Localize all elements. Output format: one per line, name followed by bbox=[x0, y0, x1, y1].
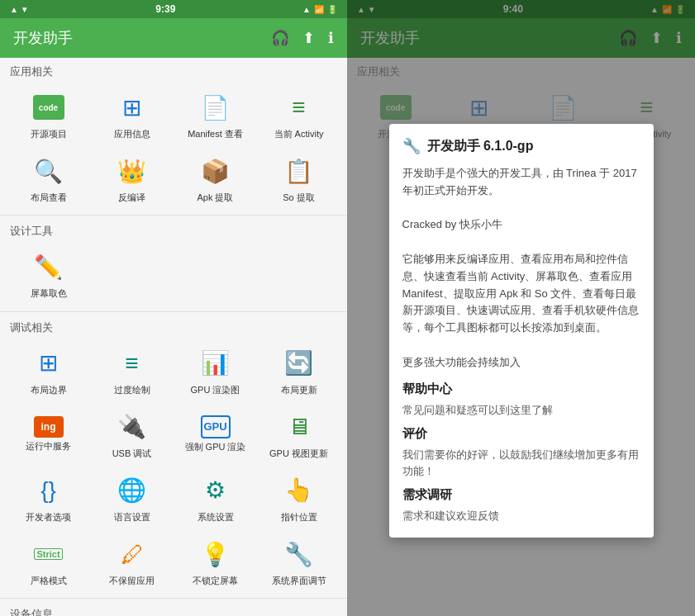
grid-item-gpu-view[interactable]: 🖥 GPU 视图更新 bbox=[257, 402, 340, 466]
color-pick-label: 屏幕取色 bbox=[31, 288, 67, 299]
usb-debug-icon: 🔌 bbox=[114, 409, 150, 445]
layout-bounds-icon: ⊞ bbox=[31, 345, 67, 381]
grid-item-system-settings[interactable]: ⚙ 系统设置 bbox=[174, 466, 257, 529]
overdraw-icon: ≡ bbox=[114, 345, 150, 381]
no-keep-app-icon: 🖊 bbox=[114, 536, 150, 572]
left-app-title: 开发助手 bbox=[13, 28, 73, 48]
activity-icon: ≡ bbox=[281, 89, 317, 126]
grid-item-manifest[interactable]: 📄 Manifest 查看 bbox=[174, 83, 257, 146]
left-content: 应用相关 code 开源项目 ⊞ 应用信息 📄 Manifest 查看 ≡ 当前… bbox=[0, 58, 347, 616]
grid-item-open-source[interactable]: code 开源项目 bbox=[7, 83, 90, 146]
left-status-bar: ▲ ▼ 9:39 ▲📶🔋 bbox=[0, 0, 347, 18]
left-time: 9:39 bbox=[155, 3, 175, 15]
grid-item-force-gpu[interactable]: GPU 强制 GPU 渲染 bbox=[174, 402, 257, 466]
lang-settings-icon: 🌐 bbox=[114, 472, 150, 509]
gpu-view-label: GPU 视图更新 bbox=[269, 448, 328, 459]
pointer-location-icon: 👆 bbox=[281, 472, 317, 509]
pointer-location-label: 指针位置 bbox=[281, 512, 317, 523]
grid-item-app-info[interactable]: ⊞ 应用信息 bbox=[90, 83, 174, 146]
grid-item-strict-mode[interactable]: Strict 严格模式 bbox=[7, 529, 90, 593]
open-source-icon: code bbox=[31, 89, 67, 126]
dialog-survey-title: 需求调研 bbox=[402, 487, 640, 503]
grid-item-layout-view[interactable]: 🔍 布局查看 bbox=[7, 146, 90, 210]
dialog-help-text: 常见问题和疑惑可以到这里了解 bbox=[402, 402, 640, 419]
grid-item-dev-options[interactable]: {} 开发者选项 bbox=[7, 466, 90, 529]
section-title-app: 应用相关 bbox=[0, 58, 347, 83]
lang-settings-label: 语言设置 bbox=[114, 512, 150, 523]
decompile-icon: 👑 bbox=[114, 153, 150, 189]
apk-extract-icon: 📦 bbox=[198, 153, 234, 189]
right-screen: ▲ ▼ 9:40 ▲📶🔋 开发助手 🎧 ⬆ ℹ 应用相关 code 开源项目 ⊞… bbox=[347, 0, 695, 616]
dialog-rating-text: 我们需要你的好评，以鼓励我们继续增加更多有用功能！ bbox=[402, 447, 640, 479]
grid-item-gpu-render[interactable]: 📊 GPU 渲染图 bbox=[174, 339, 257, 402]
grid-item-lang-settings[interactable]: 🌐 语言设置 bbox=[90, 466, 174, 529]
grid-item-layout-bounds[interactable]: ⊞ 布局边界 bbox=[7, 339, 90, 402]
manifest-icon: 📄 bbox=[198, 89, 234, 126]
grid-item-color-pick[interactable]: ✏️ 屏幕取色 bbox=[7, 242, 90, 306]
share-icon[interactable]: ⬆ bbox=[302, 29, 315, 47]
left-app-header: 开发助手 🎧 ⬆ ℹ bbox=[0, 18, 347, 58]
grid-item-layout-update[interactable]: 🔄 布局更新 bbox=[257, 339, 340, 402]
layout-update-label: 布局更新 bbox=[281, 385, 317, 396]
overdraw-label: 过度绘制 bbox=[114, 385, 150, 396]
dialog-wrench-icon: 🔧 bbox=[402, 137, 421, 155]
grid-item-no-keep-app[interactable]: 🖊 不保留应用 bbox=[90, 529, 174, 593]
dialog-survey-text: 需求和建议欢迎反馈 bbox=[402, 508, 640, 524]
dialog-help-title: 帮助中心 bbox=[402, 381, 640, 397]
ui-tune-icon: 🔧 bbox=[281, 536, 317, 572]
info-icon[interactable]: ℹ bbox=[328, 29, 334, 47]
color-pick-icon: ✏️ bbox=[31, 249, 67, 285]
debug-section-grid: ⊞ 布局边界 ≡ 过度绘制 📊 GPU 渲染图 🔄 布局更新 ing 运行中服务… bbox=[0, 339, 347, 597]
ui-tune-label: 系统界面调节 bbox=[272, 576, 326, 586]
decompile-label: 反编译 bbox=[118, 192, 145, 203]
grid-item-decompile[interactable]: 👑 反编译 bbox=[90, 146, 174, 210]
grid-item-running-services[interactable]: ing 运行中服务 bbox=[7, 402, 90, 466]
status-left-icons: ▲ ▼ bbox=[10, 5, 29, 14]
dialog-overlay: 🔧 开发助手 6.1.0-gp 开发助手是个强大的开发工具，由 Trinea 于… bbox=[347, 0, 695, 616]
section-title-device: 设备信息 bbox=[0, 600, 347, 616]
app-info-icon: ⊞ bbox=[114, 89, 150, 126]
running-services-label: 运行中服务 bbox=[26, 441, 71, 452]
left-status-right-icons: ▲📶🔋 bbox=[302, 5, 337, 14]
grid-item-overdraw[interactable]: ≡ 过度绘制 bbox=[90, 339, 174, 402]
strict-mode-label: 严格模式 bbox=[31, 576, 67, 586]
force-gpu-icon: GPU bbox=[201, 415, 231, 438]
dev-options-label: 开发者选项 bbox=[26, 512, 71, 523]
system-settings-icon: ⚙ bbox=[198, 472, 234, 509]
so-extract-icon: 📋 bbox=[281, 153, 317, 189]
grid-item-activity[interactable]: ≡ 当前 Activity bbox=[257, 83, 340, 146]
app-info-label: 应用信息 bbox=[114, 129, 150, 140]
design-section-grid: ✏️ 屏幕取色 bbox=[0, 242, 347, 309]
app-section-grid: code 开源项目 ⊞ 应用信息 📄 Manifest 查看 ≡ 当前 Acti… bbox=[0, 83, 347, 213]
section-title-debug: 调试相关 bbox=[0, 314, 347, 339]
dialog-rating-title: 评价 bbox=[402, 426, 640, 442]
layout-view-icon: 🔍 bbox=[31, 153, 67, 189]
grid-item-usb-debug[interactable]: 🔌 USB 调试 bbox=[90, 402, 174, 466]
gpu-render-label: GPU 渲染图 bbox=[191, 385, 240, 396]
usb-debug-label: USB 调试 bbox=[112, 448, 152, 459]
grid-item-apk-extract[interactable]: 📦 Apk 提取 bbox=[174, 146, 257, 210]
running-services-icon: ing bbox=[34, 416, 64, 438]
gpu-render-icon: 📊 bbox=[198, 345, 234, 381]
manifest-label: Manifest 查看 bbox=[188, 129, 243, 140]
no-keep-app-label: 不保留应用 bbox=[109, 576, 155, 586]
force-gpu-label: 强制 GPU 渲染 bbox=[185, 442, 246, 453]
about-dialog: 🔧 开发助手 6.1.0-gp 开发助手是个强大的开发工具，由 Trinea 于… bbox=[389, 124, 654, 538]
apk-extract-label: Apk 提取 bbox=[197, 192, 233, 203]
headphone-icon[interactable]: 🎧 bbox=[271, 29, 289, 47]
grid-item-pointer-location[interactable]: 👆 指针位置 bbox=[257, 466, 340, 529]
grid-item-ui-tune[interactable]: 🔧 系统界面调节 bbox=[257, 529, 340, 593]
dialog-title-row: 🔧 开发助手 6.1.0-gp bbox=[402, 137, 640, 155]
section-title-design: 设计工具 bbox=[0, 217, 347, 242]
grid-item-so-extract[interactable]: 📋 So 提取 bbox=[257, 146, 340, 210]
left-screen: ▲ ▼ 9:39 ▲📶🔋 开发助手 🎧 ⬆ ℹ 应用相关 code 开源项目 ⊞… bbox=[0, 0, 347, 616]
so-extract-label: So 提取 bbox=[283, 192, 315, 203]
layout-update-icon: 🔄 bbox=[281, 345, 317, 381]
system-settings-label: 系统设置 bbox=[198, 512, 234, 523]
left-header-icons: 🎧 ⬆ ℹ bbox=[271, 29, 334, 47]
grid-item-no-lock-screen[interactable]: 💡 不锁定屏幕 bbox=[174, 529, 257, 593]
layout-view-label: 布局查看 bbox=[31, 192, 67, 203]
layout-bounds-label: 布局边界 bbox=[31, 385, 67, 396]
gpu-view-icon: 🖥 bbox=[281, 409, 317, 445]
no-lock-screen-label: 不锁定屏幕 bbox=[193, 576, 238, 586]
